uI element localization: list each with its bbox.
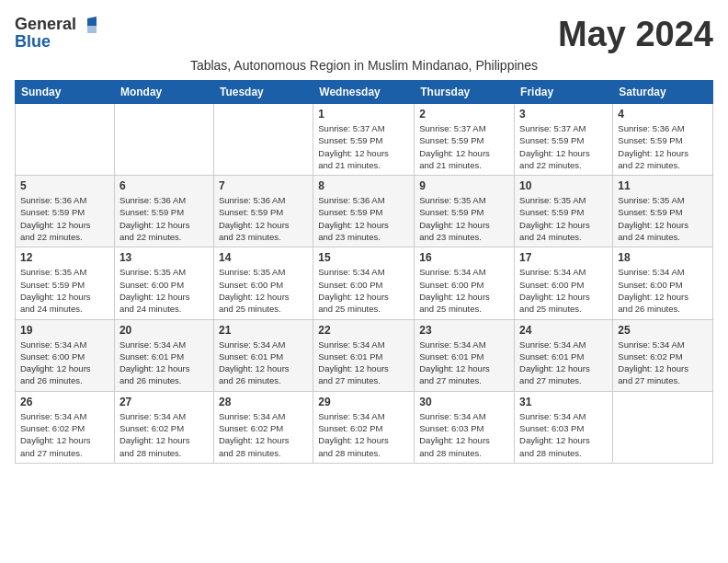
weekday-header-friday: Friday bbox=[515, 81, 613, 104]
day-info: Sunrise: 5:34 AM Sunset: 6:02 PM Dayligh… bbox=[219, 410, 308, 459]
calendar-week-1: 1Sunrise: 5:37 AM Sunset: 5:59 PM Daylig… bbox=[16, 104, 713, 176]
page-subtitle: Tablas, Autonomous Region in Muslim Mind… bbox=[15, 58, 713, 73]
weekday-header-sunday: Sunday bbox=[16, 81, 115, 104]
day-number: 20 bbox=[119, 324, 209, 337]
weekday-header-tuesday: Tuesday bbox=[213, 81, 313, 104]
day-number: 19 bbox=[20, 324, 109, 337]
weekday-header-monday: Monday bbox=[114, 81, 213, 104]
day-info: Sunrise: 5:34 AM Sunset: 6:00 PM Dayligh… bbox=[618, 266, 708, 315]
day-number: 16 bbox=[419, 251, 509, 264]
calendar-cell: 13Sunrise: 5:35 AM Sunset: 6:00 PM Dayli… bbox=[114, 247, 213, 319]
weekday-header-row: SundayMondayTuesdayWednesdayThursdayFrid… bbox=[16, 81, 713, 104]
calendar-cell: 14Sunrise: 5:35 AM Sunset: 6:00 PM Dayli… bbox=[213, 247, 313, 319]
calendar-cell: 2Sunrise: 5:37 AM Sunset: 5:59 PM Daylig… bbox=[415, 104, 515, 176]
day-number: 29 bbox=[318, 396, 409, 408]
logo-blue-text: Blue bbox=[15, 32, 51, 52]
day-number: 23 bbox=[419, 324, 509, 337]
calendar-week-5: 26Sunrise: 5:34 AM Sunset: 6:02 PM Dayli… bbox=[16, 391, 713, 463]
day-info: Sunrise: 5:35 AM Sunset: 5:59 PM Dayligh… bbox=[20, 266, 109, 315]
day-number: 8 bbox=[318, 179, 409, 192]
day-info: Sunrise: 5:35 AM Sunset: 5:59 PM Dayligh… bbox=[618, 194, 708, 243]
calendar-week-4: 19Sunrise: 5:34 AM Sunset: 6:00 PM Dayli… bbox=[16, 319, 713, 391]
day-number: 7 bbox=[219, 179, 308, 192]
day-info: Sunrise: 5:36 AM Sunset: 5:59 PM Dayligh… bbox=[20, 194, 109, 243]
calendar-cell: 17Sunrise: 5:34 AM Sunset: 6:00 PM Dayli… bbox=[515, 247, 613, 319]
day-info: Sunrise: 5:36 AM Sunset: 5:59 PM Dayligh… bbox=[618, 122, 708, 171]
day-info: Sunrise: 5:34 AM Sunset: 6:02 PM Dayligh… bbox=[20, 410, 109, 459]
weekday-header-wednesday: Wednesday bbox=[313, 81, 415, 104]
day-number: 12 bbox=[20, 251, 109, 264]
day-number: 3 bbox=[519, 108, 608, 121]
day-info: Sunrise: 5:37 AM Sunset: 5:59 PM Dayligh… bbox=[519, 122, 608, 171]
calendar-cell: 16Sunrise: 5:34 AM Sunset: 6:00 PM Dayli… bbox=[415, 247, 515, 319]
calendar-cell: 29Sunrise: 5:34 AM Sunset: 6:02 PM Dayli… bbox=[313, 391, 415, 463]
day-info: Sunrise: 5:36 AM Sunset: 5:59 PM Dayligh… bbox=[318, 194, 409, 243]
day-info: Sunrise: 5:34 AM Sunset: 6:01 PM Dayligh… bbox=[119, 339, 209, 387]
calendar-cell: 20Sunrise: 5:34 AM Sunset: 6:01 PM Dayli… bbox=[114, 319, 213, 391]
day-info: Sunrise: 5:36 AM Sunset: 5:59 PM Dayligh… bbox=[119, 194, 209, 243]
calendar-cell: 8Sunrise: 5:36 AM Sunset: 5:59 PM Daylig… bbox=[313, 176, 415, 247]
logo-bird-icon bbox=[78, 17, 97, 33]
calendar-cell bbox=[114, 104, 213, 176]
calendar-cell: 3Sunrise: 5:37 AM Sunset: 5:59 PM Daylig… bbox=[515, 104, 613, 176]
calendar-week-2: 5Sunrise: 5:36 AM Sunset: 5:59 PM Daylig… bbox=[16, 176, 713, 247]
calendar-cell: 27Sunrise: 5:34 AM Sunset: 6:02 PM Dayli… bbox=[114, 391, 213, 463]
calendar-cell: 24Sunrise: 5:34 AM Sunset: 6:01 PM Dayli… bbox=[515, 319, 613, 391]
month-title: May 2024 bbox=[558, 15, 713, 54]
calendar-cell bbox=[16, 104, 115, 176]
day-number: 6 bbox=[119, 179, 209, 192]
day-number: 22 bbox=[318, 324, 409, 337]
weekday-header-saturday: Saturday bbox=[613, 81, 713, 104]
day-info: Sunrise: 5:34 AM Sunset: 6:02 PM Dayligh… bbox=[618, 339, 708, 387]
day-info: Sunrise: 5:34 AM Sunset: 6:00 PM Dayligh… bbox=[20, 339, 109, 387]
calendar-cell: 6Sunrise: 5:36 AM Sunset: 5:59 PM Daylig… bbox=[114, 176, 213, 247]
calendar-cell bbox=[213, 104, 313, 176]
day-number: 17 bbox=[519, 251, 608, 264]
calendar-cell: 21Sunrise: 5:34 AM Sunset: 6:01 PM Dayli… bbox=[213, 319, 313, 391]
day-info: Sunrise: 5:35 AM Sunset: 6:00 PM Dayligh… bbox=[219, 266, 308, 315]
day-number: 5 bbox=[20, 179, 109, 192]
day-info: Sunrise: 5:34 AM Sunset: 6:02 PM Dayligh… bbox=[119, 410, 209, 459]
day-number: 1 bbox=[318, 108, 409, 121]
day-info: Sunrise: 5:37 AM Sunset: 5:59 PM Dayligh… bbox=[318, 122, 409, 171]
day-info: Sunrise: 5:35 AM Sunset: 6:00 PM Dayligh… bbox=[119, 266, 209, 315]
svg-marker-1 bbox=[87, 26, 97, 33]
calendar-cell: 15Sunrise: 5:34 AM Sunset: 6:00 PM Dayli… bbox=[313, 247, 415, 319]
day-info: Sunrise: 5:34 AM Sunset: 6:00 PM Dayligh… bbox=[318, 266, 409, 315]
day-number: 18 bbox=[618, 251, 708, 264]
day-number: 26 bbox=[20, 396, 109, 408]
day-info: Sunrise: 5:34 AM Sunset: 6:01 PM Dayligh… bbox=[219, 339, 308, 387]
calendar-cell: 11Sunrise: 5:35 AM Sunset: 5:59 PM Dayli… bbox=[613, 176, 713, 247]
day-number: 25 bbox=[618, 324, 708, 337]
calendar-week-3: 12Sunrise: 5:35 AM Sunset: 5:59 PM Dayli… bbox=[16, 247, 713, 319]
calendar-cell: 12Sunrise: 5:35 AM Sunset: 5:59 PM Dayli… bbox=[16, 247, 115, 319]
calendar-cell: 1Sunrise: 5:37 AM Sunset: 5:59 PM Daylig… bbox=[313, 104, 415, 176]
day-number: 14 bbox=[219, 251, 308, 264]
day-info: Sunrise: 5:34 AM Sunset: 6:01 PM Dayligh… bbox=[419, 339, 509, 387]
calendar-cell: 5Sunrise: 5:36 AM Sunset: 5:59 PM Daylig… bbox=[16, 176, 115, 247]
day-info: Sunrise: 5:34 AM Sunset: 6:01 PM Dayligh… bbox=[519, 339, 608, 387]
day-number: 11 bbox=[618, 179, 708, 192]
day-info: Sunrise: 5:34 AM Sunset: 6:01 PM Dayligh… bbox=[318, 339, 409, 387]
logo: General Blue bbox=[15, 15, 97, 52]
day-number: 15 bbox=[318, 251, 409, 264]
calendar-cell: 28Sunrise: 5:34 AM Sunset: 6:02 PM Dayli… bbox=[213, 391, 313, 463]
day-info: Sunrise: 5:34 AM Sunset: 6:00 PM Dayligh… bbox=[519, 266, 608, 315]
calendar-header: SundayMondayTuesdayWednesdayThursdayFrid… bbox=[16, 81, 713, 104]
calendar-cell: 7Sunrise: 5:36 AM Sunset: 5:59 PM Daylig… bbox=[213, 176, 313, 247]
calendar-cell: 30Sunrise: 5:34 AM Sunset: 6:03 PM Dayli… bbox=[415, 391, 515, 463]
calendar-cell: 10Sunrise: 5:35 AM Sunset: 5:59 PM Dayli… bbox=[515, 176, 613, 247]
logo-general-text: General bbox=[15, 15, 76, 34]
day-number: 31 bbox=[519, 396, 608, 408]
day-info: Sunrise: 5:34 AM Sunset: 6:00 PM Dayligh… bbox=[419, 266, 509, 315]
calendar-cell: 18Sunrise: 5:34 AM Sunset: 6:00 PM Dayli… bbox=[613, 247, 713, 319]
calendar-cell: 23Sunrise: 5:34 AM Sunset: 6:01 PM Dayli… bbox=[415, 319, 515, 391]
calendar-cell: 19Sunrise: 5:34 AM Sunset: 6:00 PM Dayli… bbox=[16, 319, 115, 391]
day-number: 10 bbox=[519, 179, 608, 192]
calendar-cell: 25Sunrise: 5:34 AM Sunset: 6:02 PM Dayli… bbox=[613, 319, 713, 391]
day-info: Sunrise: 5:35 AM Sunset: 5:59 PM Dayligh… bbox=[419, 194, 509, 243]
day-info: Sunrise: 5:34 AM Sunset: 6:03 PM Dayligh… bbox=[419, 410, 509, 459]
page-header: General Blue May 2024 bbox=[15, 15, 713, 54]
day-number: 9 bbox=[419, 179, 509, 192]
calendar-cell: 4Sunrise: 5:36 AM Sunset: 5:59 PM Daylig… bbox=[613, 104, 713, 176]
